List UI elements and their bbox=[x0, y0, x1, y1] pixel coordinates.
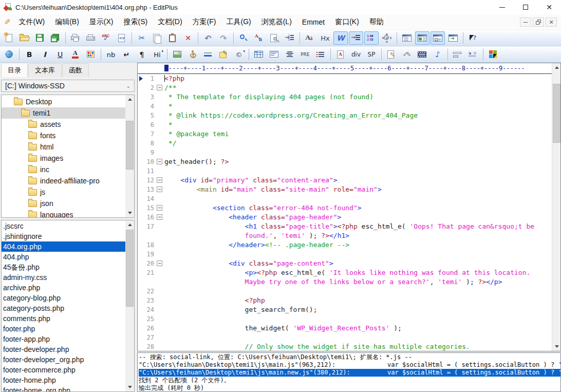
cut-button[interactable]: ✂ bbox=[135, 31, 149, 45]
code-line-9[interactable]: 9 bbox=[138, 148, 552, 157]
editor-scroll-thumb[interactable] bbox=[553, 84, 560, 143]
radio-button-button[interactable] bbox=[466, 48, 480, 61]
pre-button[interactable]: PRE bbox=[298, 48, 312, 61]
menu-item-tools[interactable]: 工具(G) bbox=[221, 14, 256, 30]
underline-button[interactable]: U bbox=[53, 48, 67, 61]
output-window-button[interactable] bbox=[431, 31, 445, 45]
print-preview-button[interactable] bbox=[68, 31, 83, 45]
copy-button[interactable] bbox=[150, 31, 164, 45]
menu-item-window[interactable]: 窗口(K) bbox=[330, 14, 364, 30]
code-line-15[interactable]: 15−<section class="error-404 not-found"> bbox=[138, 203, 552, 213]
file-item-footer-home_org.php[interactable]: footer-home_org.php bbox=[2, 385, 125, 391]
open-file-button[interactable] bbox=[17, 31, 32, 45]
scroll-down-icon[interactable] bbox=[125, 383, 134, 391]
fold-icon[interactable]: − bbox=[157, 214, 162, 220]
anchor-text-button[interactable]: A bbox=[333, 48, 348, 61]
line-break-button[interactable]: ↵ bbox=[119, 48, 134, 61]
color-picker-button[interactable] bbox=[84, 48, 98, 61]
preferences-button[interactable] bbox=[380, 31, 394, 45]
code-line-7[interactable]: 7 * @package temi bbox=[138, 129, 552, 139]
scroll-up-icon[interactable] bbox=[125, 95, 134, 104]
search-button[interactable] bbox=[236, 31, 251, 45]
code-area[interactable]: 1<?php2−/**3 * The template for displayi… bbox=[138, 74, 552, 351]
code-line-14[interactable]: 14 bbox=[138, 194, 552, 203]
file-item-archive.php[interactable]: archive.php bbox=[2, 283, 125, 293]
minimize-button[interactable] bbox=[490, 0, 514, 14]
menu-item-document[interactable]: 文档(D) bbox=[153, 14, 187, 30]
file-item-footer-developer_org.php[interactable]: footer-developer_org.php bbox=[2, 354, 125, 365]
file-item-footer-developer.php[interactable]: footer-developer.php bbox=[2, 344, 125, 354]
tree-item-indeed-affiliate-pro[interactable]: indeed-affiliate-pro bbox=[2, 175, 125, 186]
document-selector-button[interactable] bbox=[400, 31, 414, 45]
insert-image-button[interactable] bbox=[170, 48, 184, 61]
file-item-category-blog.php[interactable]: category-blog.php bbox=[2, 293, 125, 303]
drive-selector[interactable]: [C:] Windows-SSD ⌄ bbox=[1, 80, 135, 92]
line-number-button[interactable]: 1AB2CD bbox=[364, 31, 379, 45]
fold-icon[interactable]: − bbox=[157, 177, 162, 183]
tree-item-js[interactable]: js bbox=[2, 186, 125, 198]
menu-item-help[interactable]: 帮助 bbox=[364, 14, 389, 30]
tab-cliptext[interactable]: 文本库 bbox=[28, 63, 62, 77]
code-line-22[interactable]: 22 bbox=[138, 287, 552, 296]
spell-check-button[interactable]: ABC✓ bbox=[99, 31, 114, 45]
font-color-button[interactable]: A bbox=[68, 48, 83, 61]
menu-item-browser[interactable]: 浏览器(L) bbox=[256, 14, 297, 30]
output-line[interactable]: 找到 2 个匹配项 (2 个文件)。 bbox=[139, 377, 560, 384]
view-in-browser-button[interactable] bbox=[2, 48, 16, 61]
fold-icon[interactable]: − bbox=[157, 85, 162, 90]
tree-item-Desktop[interactable]: Desktop bbox=[2, 96, 125, 107]
file-item-.jshintignore[interactable]: .jshintignore bbox=[2, 231, 125, 241]
goto-line-button[interactable]: →123 bbox=[283, 31, 297, 45]
anchor-button[interactable] bbox=[185, 48, 200, 61]
code-line-17[interactable]: 17<h1 class="page-title"><?php esc_html_… bbox=[138, 222, 552, 240]
code-line-20[interactable]: 20−<div class="page-content"> bbox=[138, 259, 552, 268]
fold-icon[interactable]: − bbox=[157, 186, 162, 192]
file-scroll-thumb[interactable] bbox=[126, 230, 134, 307]
code-line-6[interactable]: 6 * bbox=[138, 120, 552, 129]
italic-button[interactable]: I bbox=[38, 48, 52, 61]
code-line-13[interactable]: 13−<main id="main" class="site-main" rol… bbox=[138, 185, 552, 194]
code-line-8[interactable]: 8 */ bbox=[138, 139, 552, 148]
tree-item-json[interactable]: json bbox=[2, 198, 125, 209]
tree-scrollbar[interactable] bbox=[125, 95, 134, 217]
paragraph-button[interactable]: ¶ bbox=[135, 48, 149, 61]
word-wrap-button[interactable]: W bbox=[333, 31, 348, 45]
file-item-404.php[interactable]: 404.php bbox=[2, 252, 125, 262]
center-text-button[interactable] bbox=[283, 48, 297, 61]
scroll-up-icon[interactable] bbox=[552, 63, 561, 72]
view-source-button[interactable]: <> bbox=[115, 31, 129, 45]
scroll-up-icon[interactable] bbox=[125, 220, 134, 229]
scroll-down-icon[interactable] bbox=[125, 209, 134, 217]
tree-item-images[interactable]: images bbox=[2, 153, 125, 164]
code-line-5[interactable]: 5 * @link https://codex.wordpress.org/Cr… bbox=[138, 111, 552, 120]
editor-scrollbar[interactable] bbox=[552, 63, 560, 351]
menu-item-project[interactable]: 方案(F) bbox=[188, 14, 221, 30]
bold-button[interactable]: B bbox=[22, 48, 36, 61]
windows-color-button[interactable] bbox=[486, 48, 500, 61]
file-item-admin-my.css[interactable]: admin-my.css bbox=[2, 272, 125, 283]
file-item-footer-app.php[interactable]: footer-app.php bbox=[2, 334, 125, 344]
tab-directory[interactable]: 目录 bbox=[1, 63, 28, 77]
file-item-footer-ecommerce.php[interactable]: footer-ecommerce.php bbox=[2, 365, 125, 375]
mdi-restore-button[interactable] bbox=[533, 17, 544, 27]
maximize-button[interactable] bbox=[514, 0, 537, 14]
div-align-button[interactable] bbox=[267, 48, 282, 61]
tree-item-fonts[interactable]: fonts bbox=[2, 130, 125, 141]
fold-icon[interactable]: − bbox=[157, 159, 162, 164]
code-line-12[interactable]: 12−<div id="primary" class="content-area… bbox=[138, 176, 552, 185]
tree-item-temi1[interactable]: temi1 bbox=[2, 107, 125, 119]
directory-window-button[interactable] bbox=[415, 31, 429, 45]
code-line-3[interactable]: 3 * The template for displaying 404 page… bbox=[138, 92, 552, 102]
fold-icon[interactable]: − bbox=[157, 260, 162, 266]
menu-item-emmet[interactable]: Emmet bbox=[297, 14, 330, 30]
auto-indent-button[interactable]: → bbox=[349, 31, 363, 45]
output-line[interactable]: -- 搜索: social-link, 位置: C:\Users\feihuan… bbox=[139, 353, 560, 361]
mdi-minimize-button[interactable] bbox=[520, 17, 531, 27]
form-field-button[interactable] bbox=[451, 48, 465, 61]
tree-item-assets[interactable]: assets bbox=[2, 119, 125, 130]
file-scrollbar[interactable] bbox=[125, 220, 134, 391]
code-line-25[interactable]: 25 bbox=[138, 314, 552, 324]
tree-scroll-thumb[interactable] bbox=[126, 121, 134, 170]
code-line-28[interactable]: 28// Only show the widget if site has mu… bbox=[138, 342, 552, 351]
file-item-comments.php[interactable]: comments.php bbox=[2, 313, 125, 324]
